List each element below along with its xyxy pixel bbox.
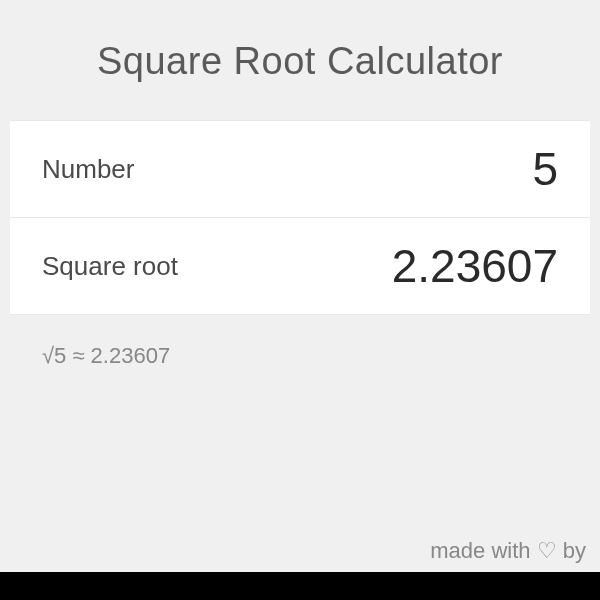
- calculator-widget: Square Root Calculator Number 5 Square r…: [10, 10, 590, 397]
- result-label: Square root: [42, 251, 178, 282]
- number-label: Number: [42, 154, 134, 185]
- bottom-bar: [0, 572, 600, 600]
- page-title: Square Root Calculator: [10, 10, 590, 121]
- footer-credit: made with ♡ by: [430, 538, 586, 564]
- summary-text: √5 ≈ 2.23607: [10, 315, 590, 397]
- number-row: Number 5: [10, 120, 590, 218]
- result-row: Square root 2.23607: [10, 217, 590, 315]
- number-input[interactable]: 5: [532, 142, 558, 196]
- result-value: 2.23607: [392, 239, 558, 293]
